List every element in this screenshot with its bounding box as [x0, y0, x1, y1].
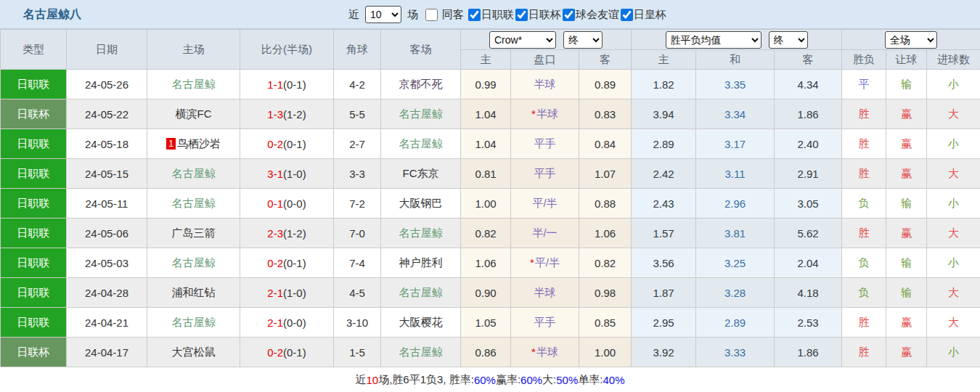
- recent-count-select[interactable]: 10: [365, 6, 401, 23]
- away-odds-cell: 0.88: [579, 189, 632, 219]
- home-odds-cell: 1.06: [461, 248, 511, 278]
- home-odds-cell: 1.05: [461, 308, 511, 338]
- home-odds-cell: 1.04: [461, 99, 511, 129]
- col-header-score: 比分(半场): [240, 30, 334, 70]
- avg-type-select[interactable]: 胜平负均值: [666, 31, 761, 49]
- league-filter[interactable]: 日联杯: [515, 8, 561, 22]
- score-cell: 2-3(1-2): [240, 219, 334, 248]
- handicap-cell: 平/半: [511, 189, 579, 219]
- handicap-text: 半球: [536, 346, 558, 358]
- league-filter[interactable]: 日皇杯: [621, 8, 666, 22]
- subcol-result: 胜负: [842, 50, 886, 70]
- home-odds-cell: 0.86: [461, 338, 511, 367]
- away-team-cell: 大阪樱花: [381, 308, 461, 338]
- result-cell: 胜: [842, 159, 886, 189]
- type-cell: 日职联: [1, 129, 67, 159]
- avg-draw-cell: 3.11: [696, 159, 775, 189]
- type-cell: 日职联: [1, 70, 67, 99]
- type-cell: 日联杯: [1, 338, 67, 367]
- fulltime-score: 2-3: [267, 227, 283, 240]
- away-odds-cell: 1.07: [579, 159, 632, 189]
- home-team-cell: 大宫松鼠: [147, 338, 240, 367]
- fulltime-score: 2-1: [267, 287, 283, 299]
- goals-result-cell: 小: [927, 189, 980, 219]
- result-cell: 负: [842, 248, 886, 278]
- recent-label: 近: [348, 8, 359, 22]
- away-team-name: 神户胜利: [399, 256, 443, 269]
- away-odds-cell: 0.85: [579, 308, 632, 338]
- goals-result-cell: 小: [927, 70, 980, 99]
- away-team-cell: 名古屋鲸: [381, 219, 461, 248]
- avg-home-cell: 2.42: [632, 159, 696, 189]
- league-filter[interactable]: 日职联: [468, 8, 514, 22]
- handicap-text: 半/一: [532, 226, 557, 239]
- home-team-name: 广岛三箭: [172, 226, 216, 239]
- handicap-cell: 半球: [511, 278, 579, 308]
- halftime-score: (0-0): [283, 317, 306, 329]
- result-cell: 胜: [842, 219, 886, 248]
- scope-select[interactable]: 全场: [885, 31, 937, 49]
- handicap-result-cell: 赢: [886, 159, 927, 189]
- matches-tbody: 日职联24-05-26名古屋鲸1-1(0-1)4-2京都不死0.99半球0.89…: [1, 70, 980, 367]
- league-filter-checkbox[interactable]: [468, 9, 481, 21]
- home-team-name: 名古屋鲸: [172, 78, 216, 90]
- subcol-avg-draw: 和: [696, 50, 775, 70]
- home-team-name: 鸟栖沙岩: [177, 137, 221, 150]
- corners-cell: 2-7: [334, 129, 381, 159]
- league-filter[interactable]: 球会友谊: [563, 8, 619, 22]
- score-cell: 0-2(0-1): [240, 338, 334, 367]
- team-title: 名古屋鲸八: [23, 0, 81, 29]
- corners-cell: 3-3: [334, 159, 381, 189]
- summary-segment: 赢率:: [496, 373, 520, 387]
- league-filter-checkbox[interactable]: [563, 9, 575, 21]
- league-filter-checkbox[interactable]: [515, 9, 528, 21]
- same-away-filter[interactable]: 同客: [425, 8, 464, 22]
- handicap-cell: 半/一: [511, 219, 579, 248]
- away-team-cell: 名古屋鲸: [381, 278, 461, 308]
- same-away-checkbox[interactable]: [425, 9, 438, 21]
- summary-segment: 60%: [474, 374, 496, 386]
- odds-time-select[interactable]: 终: [563, 31, 603, 49]
- date-cell: 24-05-06: [67, 219, 147, 248]
- table-row: 日职联24-05-03名古屋鲸0-2(0-1)7-4神户胜利1.06*平/半0.…: [1, 248, 980, 278]
- league-filter-label: 日职联: [481, 8, 514, 22]
- handicap-cell: *半球: [511, 338, 579, 367]
- avg-time-select[interactable]: 终: [769, 31, 808, 49]
- home-odds-cell: 1.04: [461, 129, 511, 159]
- handicap-text: 平手: [534, 167, 556, 179]
- halftime-score: (1-0): [283, 168, 306, 180]
- fulltime-score: 3-1: [267, 168, 283, 180]
- result-cell: 胜: [842, 129, 886, 159]
- away-team-name: 京都不死: [399, 78, 443, 90]
- date-cell: 24-05-26: [67, 70, 147, 99]
- goals-result-cell: 大: [927, 99, 980, 129]
- result-cell: 负: [842, 189, 886, 219]
- summary-segment: 单率:: [578, 373, 603, 387]
- col-header-home: 主场: [147, 30, 240, 70]
- avg-draw-cell: 2.89: [696, 308, 775, 338]
- odds-source-select[interactable]: Crow*: [489, 31, 556, 49]
- subcol-avg-home: 主: [632, 50, 696, 70]
- away-team-cell: 名古屋鲸: [381, 129, 461, 159]
- date-cell: 24-05-15: [67, 159, 147, 189]
- same-away-label: 同客: [442, 8, 464, 22]
- away-odds-cell: 0.82: [579, 248, 632, 278]
- score-cell: 0-2(0-1): [240, 248, 334, 278]
- avg-home-cell: 3.92: [632, 338, 696, 367]
- league-filter-label: 日联杯: [528, 8, 561, 22]
- odds-select-group: Crow* 终: [461, 30, 632, 50]
- fulltime-score: 1-3: [267, 108, 283, 121]
- avg-away-cell: 1.86: [775, 338, 842, 367]
- goals-result-cell: 大: [927, 278, 980, 308]
- fulltime-score: 0-2: [267, 346, 283, 359]
- avg-draw-cell: 3.33: [696, 338, 775, 367]
- result-cell: 平: [842, 70, 886, 99]
- summary-segment: 场,胜6平1负3, 胜率:: [378, 373, 474, 387]
- star-marker: *: [530, 256, 534, 269]
- avg-away-cell: 2.40: [775, 129, 842, 159]
- handicap-text: 平/半: [535, 256, 560, 269]
- avg-draw-cell: 3.35: [696, 70, 775, 99]
- league-filter-checkbox[interactable]: [621, 9, 633, 21]
- home-team-cell: 广岛三箭: [147, 219, 240, 248]
- home-team-name: 名古屋鲸: [172, 167, 216, 179]
